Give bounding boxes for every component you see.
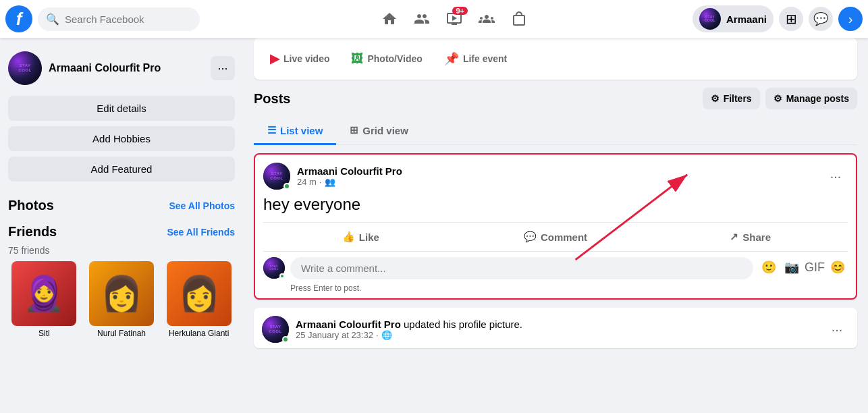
post2-author-text: Armaani Colourfit Pro updated his profil… bbox=[296, 319, 818, 330]
life-event-action[interactable]: 📌 Life event bbox=[436, 46, 515, 72]
messenger-button[interactable]: 💬 bbox=[809, 7, 833, 31]
friend-item-siti[interactable]: 🧕 Siti bbox=[8, 261, 80, 338]
comment-label: Comment bbox=[541, 231, 587, 243]
user-name: Armaani bbox=[726, 13, 767, 25]
post1-more-button[interactable]: ··· bbox=[823, 164, 848, 188]
search-icon: 🔍 bbox=[46, 13, 59, 26]
commenter-online bbox=[279, 273, 285, 279]
post2-more-button[interactable]: ··· bbox=[825, 317, 849, 341]
nav-watch-button[interactable]: 9+ bbox=[438, 5, 470, 32]
sticker-button[interactable]: 😊 bbox=[828, 257, 848, 277]
profile-header: STAYCOOL Armaani Colourfit Pro ··· bbox=[8, 46, 235, 96]
friends-section-header: Friends See All Friends bbox=[8, 224, 235, 240]
comment-input[interactable] bbox=[290, 257, 753, 279]
see-all-photos-link[interactable]: See All Photos bbox=[169, 200, 235, 211]
posts-title: Posts bbox=[254, 91, 290, 107]
filters-button[interactable]: ⚙ Filters bbox=[703, 88, 760, 109]
post2-card: STAYCOOL Armaani Colourfit Pro updated h… bbox=[254, 308, 857, 348]
photos-section-header: Photos See All Photos bbox=[8, 198, 235, 213]
left-sidebar: STAYCOOL Armaani Colourfit Pro ··· Edit … bbox=[0, 38, 243, 413]
friend-avatar-herkulana: 👩 bbox=[167, 261, 232, 326]
share-button[interactable]: ↗ Share bbox=[653, 225, 848, 248]
friend-name-nurul: Nurul Fatinah bbox=[86, 329, 158, 338]
post1-header: STAYCOOL Armaani Colourfit Pro 24 m · 👥 … bbox=[255, 155, 856, 195]
see-all-friends-link[interactable]: See All Friends bbox=[167, 227, 235, 238]
nav-right: STAYCOOL Armaani ⊞ 💬 › bbox=[674, 5, 863, 32]
profile-name: Armaani Colourfit Pro bbox=[49, 62, 161, 74]
live-video-action[interactable]: ▶ Live video bbox=[262, 46, 337, 72]
profile-more-button[interactable]: ··· bbox=[211, 56, 235, 80]
posts-header: Posts ⚙ Filters ⚙ Manage posts bbox=[254, 88, 857, 109]
post1-card: STAYCOOL Armaani Colourfit Pro 24 m · 👥 … bbox=[254, 153, 857, 300]
nav-friends-button[interactable] bbox=[406, 5, 438, 32]
post2-header: STAYCOOL Armaani Colourfit Pro updated h… bbox=[254, 308, 857, 348]
post2-author-name: Armaani Colourfit Pro bbox=[296, 319, 401, 330]
nav-center: 9+ bbox=[235, 5, 674, 32]
post1-separator: · bbox=[319, 177, 322, 187]
comment-icon-group: 🙂 📷 GIF 😊 bbox=[759, 257, 848, 277]
post2-info: Armaani Colourfit Pro updated his profil… bbox=[296, 319, 818, 340]
post1-avatar: STAYCOOL bbox=[263, 163, 290, 190]
camera-button[interactable]: 📷 bbox=[782, 257, 802, 277]
manage-posts-label: Manage posts bbox=[786, 93, 849, 104]
friends-count: 75 friends bbox=[8, 245, 235, 256]
nav-marketplace-button[interactable] bbox=[503, 5, 535, 32]
nav-left: f 🔍 bbox=[5, 5, 235, 32]
grid-view-label: Grid view bbox=[362, 125, 408, 136]
photos-title: Photos bbox=[8, 198, 54, 213]
post1-privacy-icon: 👥 bbox=[325, 177, 335, 187]
post2-time: 25 January at 23:32 bbox=[296, 330, 373, 340]
post2-meta: 25 January at 23:32 · 🌐 bbox=[296, 330, 818, 340]
posts-tabs: ☰ List view ⊞ Grid view bbox=[254, 117, 857, 145]
post2-online-indicator bbox=[282, 336, 289, 343]
friends-title: Friends bbox=[8, 224, 57, 240]
manage-posts-button[interactable]: ⚙ Manage posts bbox=[765, 88, 857, 109]
friends-grid: 🧕 Siti 👩 Nurul Fatinah 👩 Herkulana Giant… bbox=[8, 261, 235, 338]
filters-icon: ⚙ bbox=[711, 93, 720, 104]
comment-button[interactable]: 💬 Comment bbox=[458, 225, 653, 248]
friend-item-nurul[interactable]: 👩 Nurul Fatinah bbox=[86, 261, 158, 338]
live-video-label: Live video bbox=[283, 53, 329, 64]
post1-meta: 24 m · 👥 bbox=[297, 177, 817, 187]
tab-list-view[interactable]: ☰ List view bbox=[254, 117, 336, 145]
grid-view-icon: ⊞ bbox=[350, 124, 358, 136]
user-menu-button[interactable]: STAYCOOL Armaani bbox=[693, 5, 774, 32]
grid-menu-button[interactable]: ⊞ bbox=[779, 7, 803, 31]
like-icon: 👍 bbox=[342, 231, 355, 243]
online-indicator bbox=[283, 183, 290, 190]
nav-home-button[interactable] bbox=[373, 5, 406, 32]
post2-separator: · bbox=[376, 330, 379, 340]
comment-icon: 💬 bbox=[524, 231, 537, 243]
commenter-avatar: STAYCOOL bbox=[263, 257, 285, 279]
friend-item-herkulana[interactable]: 👩 Herkulana Gianti bbox=[163, 261, 235, 338]
photo-video-label: Photo/Video bbox=[367, 53, 422, 64]
post2-privacy-icon: 🌐 bbox=[381, 330, 392, 340]
friend-avatar-nurul: 👩 bbox=[89, 261, 154, 326]
post1-area: STAYCOOL Armaani Colourfit Pro 24 m · 👥 … bbox=[254, 153, 857, 300]
gif-button[interactable]: GIF bbox=[805, 257, 825, 277]
main-content: ▶ Live video 🖼 Photo/Video 📌 Life event … bbox=[243, 38, 868, 413]
post1-time: 24 m bbox=[297, 177, 317, 187]
more-button[interactable]: › bbox=[838, 7, 863, 31]
friend-avatar-siti: 🧕 bbox=[11, 261, 76, 326]
comment-hint: Press Enter to post. bbox=[255, 282, 856, 298]
photo-video-action[interactable]: 🖼 Photo/Video bbox=[343, 47, 430, 72]
post1-content: hey everyone bbox=[255, 195, 856, 222]
add-featured-button[interactable]: Add Featured bbox=[8, 157, 235, 182]
search-input[interactable] bbox=[65, 13, 186, 25]
edit-details-button[interactable]: Edit details bbox=[8, 96, 235, 121]
add-hobbies-button[interactable]: Add Hobbies bbox=[8, 126, 235, 151]
like-label: Like bbox=[359, 231, 379, 243]
friend-name-siti: Siti bbox=[8, 329, 80, 338]
nav-groups-button[interactable] bbox=[470, 5, 503, 32]
post1-info: Armaani Colourfit Pro 24 m · 👥 bbox=[297, 165, 817, 187]
comment-area: STAYCOOL 🙂 📷 GIF 😊 bbox=[255, 252, 856, 282]
emoji-button[interactable]: 🙂 bbox=[759, 257, 779, 277]
like-button[interactable]: 👍 Like bbox=[263, 225, 458, 248]
post2-avatar: STAYCOOL bbox=[262, 316, 289, 343]
post-action-bar: ▶ Live video 🖼 Photo/Video 📌 Life event bbox=[254, 38, 857, 80]
tab-grid-view[interactable]: ⊞ Grid view bbox=[336, 117, 422, 145]
search-box[interactable]: 🔍 bbox=[38, 7, 200, 31]
profile-avatar: STAYCOOL bbox=[8, 51, 42, 85]
top-navigation: f 🔍 9+ STAYCOOL bbox=[0, 0, 868, 38]
